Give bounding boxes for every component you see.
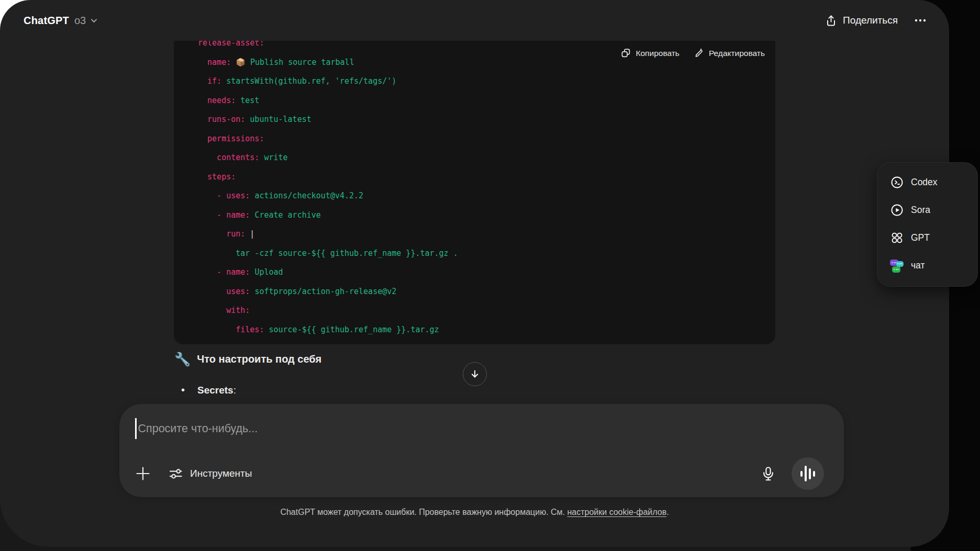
copy-label: Копировать bbox=[636, 49, 679, 58]
menu-item-codex[interactable]: Codex bbox=[877, 168, 977, 196]
gpt-icon bbox=[890, 231, 904, 245]
code-line: if: startsWith(github.ref, 'refs/tags/') bbox=[198, 72, 775, 91]
footer-suffix: . bbox=[666, 508, 669, 516]
microphone-button[interactable] bbox=[759, 465, 777, 482]
sora-icon bbox=[890, 204, 904, 217]
chat-bubble-teal bbox=[896, 261, 904, 267]
code-line: files: source-${{ github.ref_name }}.tar… bbox=[198, 320, 775, 340]
chat-icon bbox=[890, 259, 904, 273]
menu-item-chat[interactable]: чат bbox=[877, 252, 977, 279]
waveform-icon bbox=[800, 466, 815, 481]
code-line: permissions: bbox=[198, 129, 775, 149]
code-line: needs: test bbox=[198, 91, 775, 110]
code-line: contents: write bbox=[198, 148, 775, 167]
chatgpt-window: ChatGPT o3 Поделиться bbox=[0, 0, 949, 547]
edit-label: Редактировать bbox=[709, 49, 765, 58]
arrow-down-icon bbox=[469, 368, 481, 380]
heading-text: Что настроить под себя bbox=[197, 353, 321, 365]
code-line: tar -czf source-${{ github.ref_name }}.t… bbox=[198, 244, 775, 263]
code-content: release-asset: name: 📦 Publish source ta… bbox=[174, 41, 775, 339]
bullet-item: • Secrets: bbox=[181, 384, 236, 396]
input-placeholder: Спросите что-нибудь... bbox=[138, 422, 258, 435]
microphone-icon bbox=[760, 466, 776, 482]
copy-icon bbox=[621, 48, 631, 58]
code-line: run: | bbox=[198, 224, 775, 244]
share-button[interactable]: Поделиться bbox=[825, 14, 898, 27]
message-heading: 🔧 Что настроить под себя bbox=[174, 353, 321, 366]
ellipsis-icon bbox=[914, 14, 927, 27]
model-name: o3 bbox=[74, 15, 86, 27]
scroll-to-bottom-button[interactable] bbox=[463, 362, 487, 386]
menu-item-gpt[interactable]: GPT bbox=[877, 224, 977, 252]
composer: Спросите что-нибудь... bbox=[119, 404, 844, 497]
footer-text: ChatGPT может допускать ошибки. Проверьт… bbox=[280, 508, 567, 516]
bullet-bold-text: Secrets bbox=[197, 385, 233, 396]
wrench-emoji-icon: 🔧 bbox=[174, 353, 191, 366]
menu-label: GPT bbox=[911, 232, 930, 243]
attach-button[interactable] bbox=[134, 465, 152, 482]
message-input[interactable]: Спросите что-нибудь... bbox=[135, 418, 258, 439]
titlebar: ChatGPT o3 Поделиться bbox=[0, 0, 949, 41]
tools-button[interactable]: Инструменты bbox=[169, 467, 252, 481]
app-title: ChatGPT bbox=[24, 15, 69, 27]
code-line: steps: bbox=[198, 167, 775, 187]
plus-icon bbox=[135, 466, 151, 481]
code-line: uses: softprops/action-gh-release@v2 bbox=[198, 282, 775, 301]
menu-item-sora[interactable]: Sora bbox=[877, 196, 977, 224]
code-line: - name: Upload bbox=[198, 263, 775, 282]
code-line: with: bbox=[198, 301, 775, 320]
more-options-button[interactable] bbox=[914, 14, 927, 27]
share-icon bbox=[825, 14, 838, 27]
code-line: - uses: actions/checkout@v4.2.2 bbox=[198, 186, 775, 206]
bullet-rest-text: : bbox=[233, 385, 236, 396]
code-line: - name: Create archive bbox=[198, 206, 775, 225]
footer-disclaimer: ChatGPT может допускать ошибки. Проверьт… bbox=[0, 508, 949, 517]
edit-code-button[interactable]: Редактировать bbox=[694, 48, 765, 58]
tools-label: Инструменты bbox=[190, 468, 252, 479]
cookie-settings-link[interactable]: настройки cookie-файлов bbox=[567, 508, 666, 516]
code-actions: Копировать Редактировать bbox=[621, 48, 765, 58]
menu-label: чат bbox=[911, 260, 925, 271]
titlebar-actions: Поделиться bbox=[825, 14, 927, 27]
sliders-icon bbox=[169, 467, 183, 481]
menu-label: Codex bbox=[911, 177, 938, 188]
text-caret bbox=[135, 418, 137, 439]
share-label: Поделиться bbox=[843, 15, 898, 26]
screenshot-canvas: ChatGPT o3 Поделиться bbox=[0, 0, 980, 551]
code-line: runs-on: ubuntu-latest bbox=[198, 110, 775, 129]
chevron-down-icon bbox=[90, 17, 98, 25]
menu-label: Sora bbox=[911, 205, 930, 216]
edit-icon bbox=[694, 48, 704, 58]
composer-toolbar: Инструменты bbox=[134, 457, 824, 490]
voice-mode-button[interactable] bbox=[792, 457, 824, 490]
model-switcher[interactable]: ChatGPT o3 bbox=[24, 15, 98, 27]
codex-icon bbox=[890, 176, 904, 189]
copy-code-button[interactable]: Копировать bbox=[621, 48, 679, 58]
floating-app-menu: Codex Sora GPT bbox=[877, 162, 978, 287]
code-block: release-asset: name: 📦 Publish source ta… bbox=[174, 41, 775, 344]
chat-bubble-green bbox=[892, 266, 900, 273]
bullet-dot: • bbox=[181, 384, 185, 396]
